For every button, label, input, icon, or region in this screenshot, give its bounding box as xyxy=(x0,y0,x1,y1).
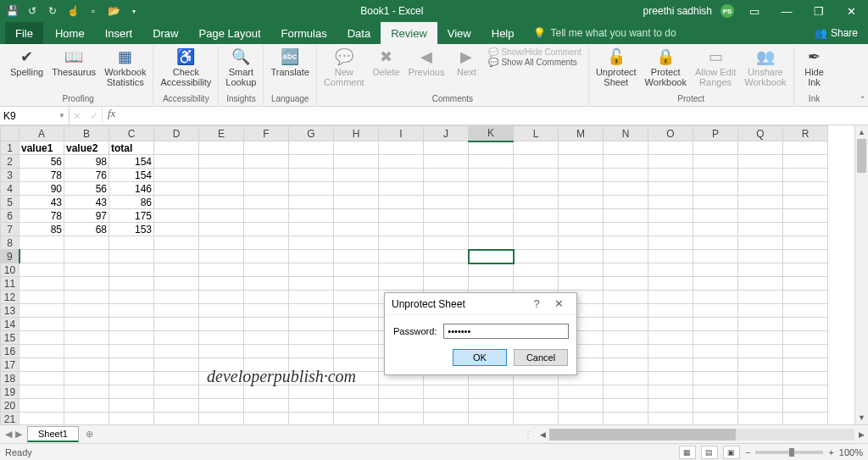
cell-G2[interactable] xyxy=(289,155,334,169)
cell-G12[interactable] xyxy=(289,291,334,304)
cell-H16[interactable] xyxy=(334,345,379,358)
cell-J6[interactable] xyxy=(424,209,469,223)
check-accessibility-button[interactable]: ♿Check Accessibility xyxy=(157,46,214,89)
cell-J1[interactable] xyxy=(424,141,469,155)
cell-O13[interactable] xyxy=(648,304,693,318)
cell-B10[interactable] xyxy=(64,263,109,277)
tab-formulas[interactable]: Formulas xyxy=(271,22,337,44)
cell-M20[interactable] xyxy=(559,399,604,413)
cell-E19[interactable] xyxy=(199,385,244,399)
cell-C21[interactable] xyxy=(109,413,154,425)
cell-H12[interactable] xyxy=(334,291,379,304)
cell-L4[interactable] xyxy=(514,182,559,196)
cell-H2[interactable] xyxy=(334,155,379,169)
cell-R20[interactable] xyxy=(783,399,828,413)
cell-L9[interactable] xyxy=(514,250,559,263)
column-header-A[interactable]: A xyxy=(19,126,64,141)
row-header-10[interactable]: 10 xyxy=(1,263,19,277)
cell-F18[interactable] xyxy=(244,372,289,385)
cell-B7[interactable]: 68 xyxy=(64,223,109,236)
cell-Q12[interactable] xyxy=(738,291,783,304)
cell-D13[interactable] xyxy=(154,304,199,318)
cell-A18[interactable] xyxy=(19,372,64,385)
cell-L21[interactable] xyxy=(514,413,559,425)
cell-N5[interactable] xyxy=(604,196,648,209)
cell-D2[interactable] xyxy=(154,155,199,169)
cell-O12[interactable] xyxy=(648,291,693,304)
column-header-M[interactable]: M xyxy=(559,126,604,141)
row-header-12[interactable]: 12 xyxy=(1,291,19,304)
cell-P4[interactable] xyxy=(693,182,738,196)
cell-L19[interactable] xyxy=(514,385,559,399)
cell-I19[interactable] xyxy=(379,385,424,399)
scroll-down-icon[interactable]: ▼ xyxy=(855,411,868,424)
cell-N19[interactable] xyxy=(604,385,648,399)
redo-icon[interactable]: ↻ xyxy=(46,4,59,18)
row-header-9[interactable]: 9 xyxy=(1,250,19,263)
cell-D6[interactable] xyxy=(154,209,199,223)
cell-J20[interactable] xyxy=(424,399,469,413)
row-header-11[interactable]: 11 xyxy=(1,277,19,291)
column-header-N[interactable]: N xyxy=(604,126,648,141)
cell-A12[interactable] xyxy=(19,291,64,304)
cell-G14[interactable] xyxy=(289,318,334,331)
cell-K2[interactable] xyxy=(469,155,514,169)
cell-P19[interactable] xyxy=(693,385,738,399)
cell-E13[interactable] xyxy=(199,304,244,318)
cell-M3[interactable] xyxy=(559,169,604,182)
protect-workbook-button[interactable]: 🔒Protect Workbook xyxy=(642,46,690,89)
cell-D5[interactable] xyxy=(154,196,199,209)
cell-B3[interactable]: 76 xyxy=(64,169,109,182)
cell-A6[interactable]: 78 xyxy=(19,209,64,223)
cell-E3[interactable] xyxy=(199,169,244,182)
vertical-scrollbar[interactable]: ▲ ▼ xyxy=(854,125,868,424)
cell-E2[interactable] xyxy=(199,155,244,169)
cell-O3[interactable] xyxy=(648,169,693,182)
cell-O6[interactable] xyxy=(648,209,693,223)
cell-K1[interactable] xyxy=(469,141,514,155)
cell-Q5[interactable] xyxy=(738,196,783,209)
cell-D10[interactable] xyxy=(154,263,199,277)
cell-O7[interactable] xyxy=(648,223,693,236)
cell-H15[interactable] xyxy=(334,331,379,345)
cell-O19[interactable] xyxy=(648,385,693,399)
dialog-close-icon[interactable]: ✕ xyxy=(548,297,570,310)
cell-P2[interactable] xyxy=(693,155,738,169)
cell-O17[interactable] xyxy=(648,358,693,372)
normal-view-icon[interactable]: ▦ xyxy=(679,446,696,459)
cell-B18[interactable] xyxy=(64,372,109,385)
cell-H17[interactable] xyxy=(334,358,379,372)
column-header-F[interactable]: F xyxy=(244,126,289,141)
cell-E8[interactable] xyxy=(199,236,244,250)
cell-B2[interactable]: 98 xyxy=(64,155,109,169)
cell-M21[interactable] xyxy=(559,413,604,425)
hscroll-right-icon[interactable]: ▶ xyxy=(854,430,868,439)
cell-G8[interactable] xyxy=(289,236,334,250)
row-header-5[interactable]: 5 xyxy=(1,196,19,209)
cell-K6[interactable] xyxy=(469,209,514,223)
name-box[interactable]: K9 ▼ xyxy=(0,107,70,125)
cell-D20[interactable] xyxy=(154,399,199,413)
cell-D12[interactable] xyxy=(154,291,199,304)
cell-P20[interactable] xyxy=(693,399,738,413)
row-header-8[interactable]: 8 xyxy=(1,236,19,250)
cell-P17[interactable] xyxy=(693,358,738,372)
cell-D3[interactable] xyxy=(154,169,199,182)
cell-R5[interactable] xyxy=(783,196,828,209)
cell-K10[interactable] xyxy=(469,263,514,277)
cell-H13[interactable] xyxy=(334,304,379,318)
cell-P1[interactable] xyxy=(693,141,738,155)
cell-F9[interactable] xyxy=(244,250,289,263)
cell-N14[interactable] xyxy=(604,318,648,331)
cell-N18[interactable] xyxy=(604,372,648,385)
maximize-icon[interactable]: ❐ xyxy=(807,5,831,18)
cell-J3[interactable] xyxy=(424,169,469,182)
cell-E11[interactable] xyxy=(199,277,244,291)
cell-O2[interactable] xyxy=(648,155,693,169)
cell-N2[interactable] xyxy=(604,155,648,169)
cell-P15[interactable] xyxy=(693,331,738,345)
row-header-3[interactable]: 3 xyxy=(1,169,19,182)
cell-F21[interactable] xyxy=(244,413,289,425)
tab-file[interactable]: File xyxy=(5,22,43,44)
cell-M4[interactable] xyxy=(559,182,604,196)
